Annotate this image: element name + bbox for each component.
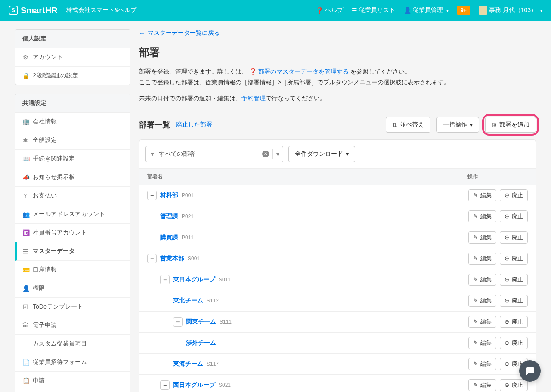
description-1: 部署を登録、管理できます。詳しくは、 ❓ 部署のマスターデータを管理する を参照… [139,66,536,88]
collapse-toggle[interactable]: − [160,380,170,390]
archive-button[interactable]: ⊖ 廃止 [500,274,528,286]
archive-button[interactable]: ⊖ 廃止 [500,210,528,222]
sidebar-item[interactable]: ☰マスターデータ [15,242,130,261]
pencil-icon: ✎ [473,361,478,367]
chevron-down-icon: ▾ [470,121,473,128]
plus-circle-icon: ⊕ [492,121,497,128]
minus-circle-icon: ⊖ [505,361,509,367]
dept-code: S117 [207,361,219,367]
collapse-toggle[interactable]: − [173,317,183,327]
table-row: − 関東チーム S111 ✎ 編集 ⊖ 廃止 [139,311,536,332]
logo[interactable]: S SmartHR [9,6,58,15]
sort-button[interactable]: ⇅並べ替え [386,117,430,133]
archive-button[interactable]: ⊖ 廃止 [500,189,528,201]
clear-filter-icon[interactable]: ✕ [262,151,269,157]
archive-button[interactable]: ⊖ 廃止 [500,316,528,328]
dept-name-link[interactable]: 東日本グループ [173,276,215,284]
description-2: 未来の日付での部署の追加・編集は、予約管理で行なってください。 [139,93,536,104]
user-menu[interactable]: 事務 月代（103） [479,6,542,15]
sidebar-item-icon: 🆔 [22,229,28,236]
edit-button[interactable]: ✎ 編集 [468,189,496,201]
col-name-header: 部署名 [147,173,467,180]
archive-button[interactable]: ⊖ 廃止 [500,231,528,244]
edit-button[interactable]: ✎ 編集 [468,210,496,222]
notification-badge[interactable]: 9+ [457,6,470,15]
dept-name-link[interactable]: 管理課 [160,213,178,220]
archived-link[interactable]: 廃止した部署 [176,121,212,129]
minus-circle-icon: ⊖ [505,192,509,198]
sidebar-item[interactable]: 📄従業員招待フォーム [15,353,130,372]
sidebar-item-icon: 📣 [22,174,28,181]
dept-code: S001 [188,256,200,262]
bulk-action-button[interactable]: 一括操作▾ [436,117,479,133]
archive-button[interactable]: ⊖ 廃止 [500,253,528,265]
archive-button[interactable]: ⊖ 廃止 [500,379,528,391]
dept-name-link[interactable]: 渉外チーム [186,339,216,347]
dept-name-link[interactable]: 材料部 [160,191,178,199]
sidebar-item[interactable]: 👥メールアドレスアカウント [15,205,130,224]
sidebar-item[interactable]: 💳口座情報 [15,261,130,279]
minus-circle-icon: ⊖ [505,318,509,325]
sidebar-item[interactable]: 📋申請 [15,372,130,390]
sidebar-item[interactable]: ✱全般設定 [15,131,130,150]
dept-name-link[interactable]: 営業本部 [160,255,184,262]
filter-icon: ▼ [149,151,155,157]
chat-button[interactable] [519,360,541,382]
sidebar-item[interactable]: ≣カスタム従業員項目 [15,335,130,353]
table-row: 購買課 P011 ✎ 編集 ⊖ 廃止 [139,227,536,248]
sidebar-item[interactable]: ⚙アカウント [15,48,130,67]
panel-header: 共通設定 [15,94,130,113]
sidebar-item[interactable]: ¥お支払い [15,187,130,205]
archive-button[interactable]: ⊖ 廃止 [500,295,528,307]
edit-button[interactable]: ✎ 編集 [468,337,496,349]
dept-name-link[interactable]: 購買課 [160,234,178,241]
collapse-toggle[interactable]: − [160,275,170,284]
chevron-down-icon: ▾ [346,151,349,157]
edit-button[interactable]: ✎ 編集 [468,379,496,391]
company-name: 株式会社スマート&ヘルプ [66,6,136,14]
back-link[interactable]: ← マスターデータ一覧に戻る [139,29,220,37]
avatar [479,6,487,15]
download-button[interactable]: 全件ダウンロード▾ [288,146,355,162]
sidebar-item-icon: 👤 [22,285,28,292]
dept-name-link[interactable]: 東北チーム [173,297,203,305]
dept-name-link[interactable]: 西日本グループ [173,381,215,389]
edit-button[interactable]: ✎ 編集 [468,274,496,286]
table-header: 部署名 操作 [139,168,536,185]
dept-code: P021 [182,213,194,219]
help-doc-link[interactable]: ❓ 部署のマスターデータを管理する [249,68,349,75]
collapse-toggle[interactable]: − [147,191,157,200]
reservation-link[interactable]: 予約管理 [241,95,266,102]
sidebar-item[interactable]: 🆔社員番号アカウント [15,224,130,242]
chat-icon [525,366,535,376]
person-icon: 👤 [404,7,411,14]
edit-button[interactable]: ✎ 編集 [468,253,496,265]
help-link[interactable]: ❓ヘルプ [316,6,343,14]
table-row: − 西日本グループ S021 ✎ 編集 ⊖ 廃止 [139,374,536,392]
sidebar-item[interactable]: 🔒2段階認証の設定 [15,67,130,85]
dept-name-link[interactable]: 関東チーム [186,318,216,326]
sidebar-item[interactable]: 📖手続き関連設定 [15,150,130,168]
filter-select[interactable]: ▼ すべての部署 ✕ ▾ [145,146,283,162]
sidebar-item[interactable]: 🏛電子申請 [15,316,130,335]
archive-button[interactable]: ⊖ 廃止 [500,337,528,349]
sidebar-item[interactable]: 📣お知らせ掲示板 [15,168,130,187]
sidebar-item[interactable]: 🏢会社情報 [15,113,130,131]
edit-button[interactable]: ✎ 編集 [468,295,496,307]
app-header: S SmartHR 株式会社スマート&ヘルプ ❓ヘルプ ☰従業員リスト 👤従業員… [0,0,551,21]
employee-mgmt-menu[interactable]: 👤従業員管理 [404,6,449,14]
sidebar-item[interactable]: ☑ToDoテンプレート [15,298,130,316]
common-settings-panel: 共通設定 🏢会社情報✱全般設定📖手続き関連設定📣お知らせ掲示板¥お支払い👥メール… [15,94,130,392]
sidebar-item[interactable]: 👤権限 [15,279,130,298]
edit-button[interactable]: ✎ 編集 [468,231,496,244]
edit-button[interactable]: ✎ 編集 [468,358,496,370]
sidebar-item-icon: 📄 [22,359,28,366]
page-title: 部署 [139,46,536,59]
edit-button[interactable]: ✎ 編集 [468,316,496,328]
collapse-toggle[interactable]: − [147,254,157,263]
add-department-button[interactable]: ⊕部署を追加 [485,117,536,133]
sidebar-item-label: マスターデータ [33,247,75,255]
dept-name-link[interactable]: 東海チーム [173,360,203,368]
employee-list-link[interactable]: ☰従業員リスト [352,6,395,14]
sidebar-item[interactable]: 🔔通知 [15,390,130,392]
